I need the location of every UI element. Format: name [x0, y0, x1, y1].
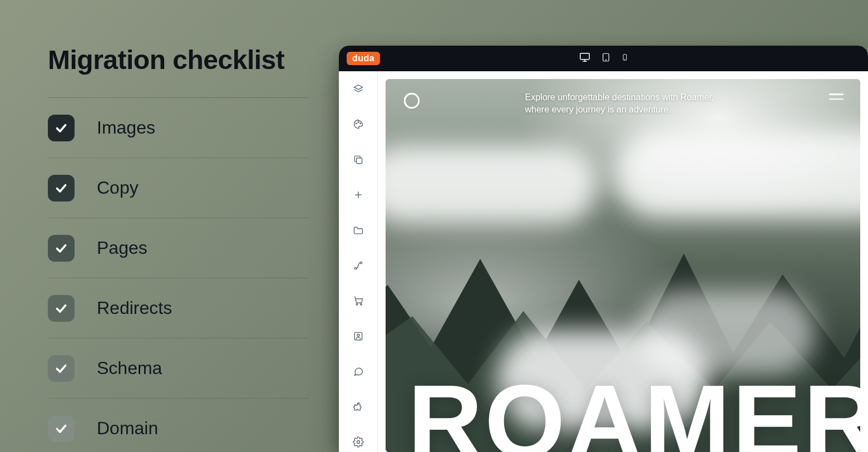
checklist-item: Images	[48, 98, 309, 158]
menu-icon[interactable]	[829, 94, 844, 100]
cart-icon[interactable]	[348, 291, 368, 311]
migration-checklist: Migration checklist ImagesCopyPagesRedir…	[48, 45, 309, 452]
hero-title: ROAMER	[386, 370, 860, 452]
svg-point-4	[605, 60, 606, 60]
folder-icon[interactable]	[348, 220, 368, 240]
checklist-list: ImagesCopyPagesRedirectsSchemaDomain	[48, 98, 309, 452]
svg-point-10	[359, 123, 361, 124]
checklist-item: Schema	[48, 338, 309, 399]
svg-rect-0	[580, 53, 589, 60]
checkbox-checked-icon[interactable]	[48, 295, 75, 322]
user-icon[interactable]	[348, 326, 368, 346]
svg-rect-11	[356, 158, 362, 163]
checklist-item: Copy	[48, 158, 309, 218]
device-switcher	[579, 46, 629, 71]
svg-point-15	[360, 262, 362, 263]
window-body: Explore unforgettable destinations with …	[339, 71, 868, 452]
svg-point-6	[624, 59, 625, 60]
checkbox-checked-icon[interactable]	[48, 235, 75, 262]
checklist-item-label: Images	[97, 117, 155, 138]
checklist-item-label: Copy	[97, 178, 139, 198]
svg-point-19	[357, 334, 359, 336]
editor-left-rail	[339, 71, 378, 452]
hero-section: Explore unforgettable destinations with …	[386, 79, 860, 452]
chat-icon[interactable]	[348, 362, 368, 381]
checklist-item-label: Schema	[97, 358, 162, 379]
settings-icon[interactable]	[348, 433, 368, 452]
svg-point-8	[356, 123, 357, 124]
svg-point-14	[354, 267, 356, 269]
checkbox-checked-icon[interactable]	[48, 415, 75, 442]
layers-icon[interactable]	[348, 79, 368, 99]
brand-chip: duda	[347, 52, 380, 65]
svg-point-16	[356, 304, 358, 306]
checklist-title: Migration checklist	[48, 45, 309, 98]
checklist-item: Domain	[48, 399, 309, 452]
mobile-icon[interactable]	[621, 51, 629, 66]
svg-point-20	[357, 441, 359, 444]
checklist-item-label: Redirects	[97, 298, 172, 318]
checkbox-checked-icon[interactable]	[48, 175, 75, 202]
copy-icon[interactable]	[348, 150, 368, 169]
cloud-decoration	[638, 291, 816, 374]
site-logo-icon[interactable]	[402, 91, 421, 110]
add-icon[interactable]	[348, 185, 368, 204]
editor-canvas[interactable]: Explore unforgettable destinations with …	[378, 71, 868, 452]
flow-icon[interactable]	[348, 256, 368, 275]
checklist-item: Pages	[48, 218, 309, 278]
svg-point-9	[358, 122, 359, 123]
checklist-item-label: Pages	[97, 238, 147, 258]
desktop-icon[interactable]	[579, 51, 591, 66]
editor-window: duda	[339, 46, 868, 452]
svg-marker-7	[354, 85, 362, 89]
puzzle-icon[interactable]	[348, 397, 368, 416]
hero-tagline: Explore unforgettable destinations with …	[525, 91, 726, 115]
checklist-item: Redirects	[48, 278, 309, 338]
window-titlebar: duda	[339, 46, 868, 71]
checkbox-checked-icon[interactable]	[48, 355, 75, 382]
svg-point-17	[360, 304, 362, 306]
checklist-item-label: Domain	[97, 418, 158, 439]
checkbox-checked-icon[interactable]	[48, 115, 75, 141]
tablet-icon[interactable]	[601, 51, 611, 66]
palette-icon[interactable]	[348, 114, 368, 134]
